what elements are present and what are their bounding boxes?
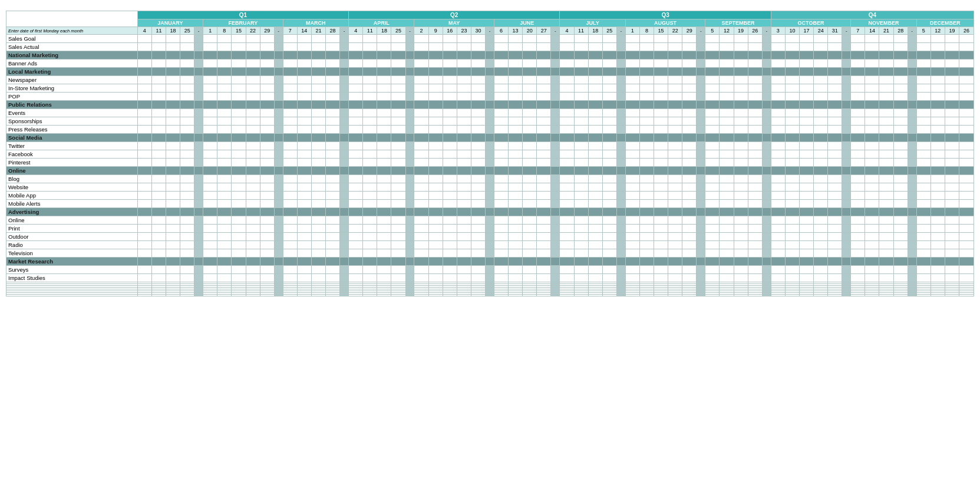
cell-r10-april-18[interactable] [377, 117, 391, 126]
cell-r3-february-29[interactable] [260, 60, 274, 68]
cell-r6-november-21[interactable] [879, 84, 893, 93]
cell-r13-june-13[interactable] [509, 142, 523, 150]
cell-r4-march-21[interactable] [311, 68, 325, 76]
cell-r17-october-17[interactable] [800, 175, 814, 183]
cell-r12-april-11[interactable] [363, 134, 377, 142]
cell-r1-july-11[interactable] [574, 43, 588, 51]
cell-r24-april-4[interactable] [349, 233, 363, 241]
cell-r10-november-21[interactable] [879, 117, 893, 126]
day-num-august-29[interactable]: 29 [682, 27, 697, 35]
cell-r14-august-15[interactable] [654, 150, 668, 159]
cell-r37-february-1[interactable] [203, 295, 217, 296]
cell-r2-september-19[interactable] [734, 51, 748, 60]
cell-r15-may-30[interactable] [471, 159, 485, 167]
cell-r15-april-25[interactable] [391, 159, 405, 167]
cell-r18-january-11[interactable] [151, 183, 166, 192]
cell-r10-september-5[interactable] [705, 117, 720, 126]
cell-r15-august-22[interactable] [668, 159, 682, 167]
cell-r8-march-21[interactable] [311, 101, 325, 109]
cell-r1-july-25[interactable] [602, 43, 616, 51]
cell-r28-may-9[interactable] [428, 266, 443, 274]
cell-r18-december-5[interactable] [916, 183, 930, 192]
cell-r18-august-22[interactable] [668, 183, 682, 192]
cell-r14-june-20[interactable] [523, 150, 537, 159]
cell-r8-february-1[interactable] [203, 101, 217, 109]
cell-r2-december-26[interactable] [959, 51, 974, 60]
cell-r8-may-9[interactable] [428, 101, 443, 109]
cell-r3-may-9[interactable] [428, 60, 443, 68]
cell-r14-august-8[interactable] [639, 150, 654, 159]
cell-r7-november-21[interactable] [879, 93, 893, 101]
cell-r1-january-11[interactable] [151, 43, 166, 51]
cell-r6-december-26[interactable] [959, 84, 974, 93]
cell-r26-june-20[interactable] [523, 249, 537, 258]
cell-r3-october-17[interactable] [800, 60, 814, 68]
cell-r1-january-4[interactable] [137, 43, 151, 51]
cell-r1-may-9[interactable] [428, 43, 443, 51]
cell-r27-april-18[interactable] [377, 258, 391, 266]
cell-r28-august-8[interactable] [639, 266, 654, 274]
cell-r17-april-25[interactable] [391, 175, 405, 183]
cell-r10-may-16[interactable] [443, 117, 457, 126]
cell-r8-october-10[interactable] [785, 101, 799, 109]
cell-r12-april-25[interactable] [391, 134, 405, 142]
cell-r14-december-26[interactable] [959, 150, 974, 159]
day-num-november-7[interactable]: 7 [851, 27, 865, 35]
cell-r18-july-25[interactable] [602, 183, 616, 192]
cell-r12-april-18[interactable] [377, 134, 391, 142]
cell-r11-october-10[interactable] [785, 126, 799, 134]
cell-r3-march-7[interactable] [283, 60, 297, 68]
cell-r25-april-18[interactable] [377, 241, 391, 249]
cell-r2-march-21[interactable] [311, 51, 325, 60]
cell-r10-august-29[interactable] [682, 117, 697, 126]
cell-r11-february-15[interactable] [232, 126, 246, 134]
cell-r6-december-5[interactable] [916, 84, 930, 93]
cell-r6-january-25[interactable] [180, 84, 194, 93]
cell-r0-october-17[interactable] [800, 35, 814, 43]
cell-r14-april-11[interactable] [363, 150, 377, 159]
cell-r16-april-11[interactable] [363, 167, 377, 175]
cell-r9-january-18[interactable] [166, 109, 180, 117]
cell-r22-may-9[interactable] [428, 216, 443, 225]
cell-r29-september-5[interactable] [705, 274, 720, 282]
day-num-october-17[interactable]: 17 [800, 27, 814, 35]
cell-r29-june-20[interactable] [523, 274, 537, 282]
cell-r7-october-10[interactable] [785, 93, 799, 101]
cell-r6-may-2[interactable] [414, 84, 428, 93]
cell-r28-february-15[interactable] [232, 266, 246, 274]
cell-r15-july-18[interactable] [588, 159, 602, 167]
cell-r19-february-15[interactable] [232, 192, 246, 200]
cell-r23-january-11[interactable] [151, 225, 166, 233]
cell-r26-april-4[interactable] [349, 249, 363, 258]
cell-r17-july-25[interactable] [602, 175, 616, 183]
cell-r12-november-28[interactable] [893, 134, 908, 142]
cell-r18-december-12[interactable] [930, 183, 945, 192]
cell-r22-december-26[interactable] [959, 216, 974, 225]
cell-r5-january-25[interactable] [180, 76, 194, 84]
cell-r29-february-29[interactable] [260, 274, 274, 282]
cell-r22-june-6[interactable] [494, 216, 508, 225]
cell-r18-january-25[interactable] [180, 183, 194, 192]
cell-r37-march-14[interactable] [297, 295, 311, 296]
cell-r6-june-13[interactable] [509, 84, 523, 93]
cell-r12-october-17[interactable] [800, 134, 814, 142]
cell-r0-may-16[interactable] [443, 35, 457, 43]
cell-r28-august-15[interactable] [654, 266, 668, 274]
cell-r25-march-28[interactable] [325, 241, 339, 249]
cell-r17-december-26[interactable] [959, 175, 974, 183]
cell-r15-august-8[interactable] [639, 159, 654, 167]
cell-r18-november-21[interactable] [879, 183, 893, 192]
cell-r0-august-29[interactable] [682, 35, 697, 43]
cell-r26-october-31[interactable] [828, 249, 842, 258]
cell-r20-february-1[interactable] [203, 200, 217, 208]
cell-r14-may-23[interactable] [457, 150, 471, 159]
cell-r25-june-27[interactable] [537, 241, 551, 249]
cell-r19-may-16[interactable] [443, 192, 457, 200]
cell-r10-october-31[interactable] [828, 117, 842, 126]
cell-r6-november-7[interactable] [851, 84, 865, 93]
cell-r9-march-7[interactable] [283, 109, 297, 117]
cell-r6-august-15[interactable] [654, 84, 668, 93]
cell-r22-february-8[interactable] [217, 216, 232, 225]
cell-r6-april-11[interactable] [363, 84, 377, 93]
cell-r37-january-4[interactable] [137, 295, 151, 296]
